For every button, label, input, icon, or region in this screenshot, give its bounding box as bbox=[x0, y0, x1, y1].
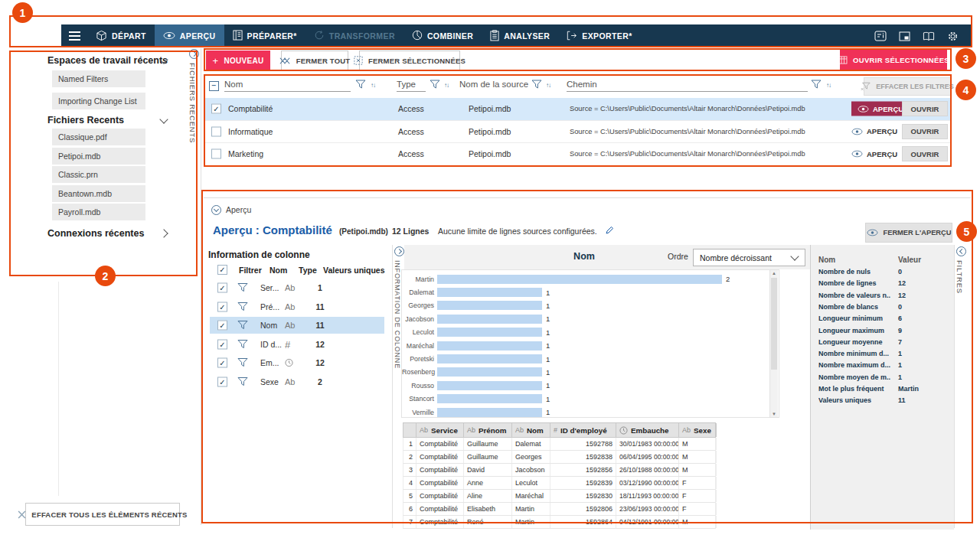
grid-header-cell[interactable]: AbService bbox=[416, 423, 464, 437]
window-save-icon[interactable] bbox=[899, 31, 910, 41]
column-info-vertical-tab[interactable]: INFORMATION DE COLONNE bbox=[394, 260, 401, 369]
sidebar-item-workspace[interactable]: Named Filters bbox=[52, 70, 145, 87]
sort-icon[interactable]: ↑↓ bbox=[546, 82, 550, 89]
toolbar-tab-combiner[interactable]: COMBINER bbox=[403, 24, 482, 47]
toolbar-tab-prparer[interactable]: PRÉPARER* bbox=[224, 24, 305, 47]
col-header-source[interactable]: Nom de la source bbox=[459, 80, 530, 91]
column-info-row[interactable]: ✓NomAb11 bbox=[204, 316, 390, 335]
filter-icon[interactable] bbox=[237, 358, 248, 368]
source-table-row[interactable]: ✓ComptabilitéAccessPetipoi.mdbSource = C… bbox=[204, 98, 952, 121]
open-button[interactable]: OUVRIR bbox=[902, 146, 948, 161]
sidebar-item-file[interactable]: Petipoi.mdb bbox=[52, 148, 145, 165]
scroll-thumb[interactable] bbox=[771, 278, 777, 370]
column-checkbox[interactable]: ✓ bbox=[217, 358, 227, 368]
close-selected-button[interactable]: FERMER SÉLECTIONNÉES bbox=[359, 51, 460, 70]
row-checkbox[interactable] bbox=[211, 126, 221, 136]
column-checkbox[interactable]: ✓ bbox=[217, 339, 227, 349]
preview-toggle-button[interactable]: APERÇU bbox=[851, 147, 897, 161]
open-button[interactable]: OUVRIR bbox=[902, 101, 948, 116]
scroll-up-icon[interactable]: ▲ bbox=[770, 271, 778, 276]
edit-pencil-icon[interactable] bbox=[605, 226, 614, 235]
filter-icon[interactable] bbox=[430, 80, 440, 90]
sort-icon[interactable]: ↑↓ bbox=[444, 82, 449, 89]
close-preview-button[interactable]: FERMER L'APERÇU bbox=[865, 223, 952, 243]
sidebar-item-file[interactable]: Classic.prn bbox=[52, 166, 145, 183]
open-selected-button[interactable]: OUVRIR SÉLECTIONNÉES bbox=[840, 50, 947, 70]
col-header-type[interactable]: Type bbox=[397, 80, 426, 92]
grid-row[interactable]: 6ComptabilitéElisabethMartin159280623/06… bbox=[403, 503, 716, 516]
grid-header-cell[interactable]: AbNom bbox=[512, 423, 550, 437]
preview-toggle-button[interactable]: APERÇU bbox=[851, 102, 910, 116]
grid-row[interactable]: 5ComptabilitéAlineMaréchal159283018/11/1… bbox=[403, 490, 716, 503]
column-checkbox[interactable]: ✓ bbox=[217, 302, 227, 311]
scroll-down-icon[interactable]: ▼ bbox=[770, 412, 778, 416]
grid-row[interactable]: 1ComptabilitéGuillaumeDalemat159278830/0… bbox=[403, 438, 716, 451]
sort-icon[interactable]: ↑↓ bbox=[371, 82, 375, 89]
source-table-row[interactable]: MarketingAccessPetipoi.mdbSource = C:\Us… bbox=[204, 143, 952, 166]
clear-filters-button[interactable]: EFFACER LES FILTRES bbox=[864, 77, 951, 96]
column-checkbox[interactable]: ✓ bbox=[217, 283, 227, 293]
filters-vertical-tab[interactable]: FILTRES bbox=[956, 260, 964, 294]
chart-scrollbar[interactable]: ▲ ▼ bbox=[769, 270, 778, 417]
close-all-button[interactable]: FERMER TOUT bbox=[281, 51, 348, 70]
chevron-down-icon[interactable] bbox=[159, 115, 168, 123]
grid-header-cell[interactable]: AbSexe bbox=[679, 423, 717, 437]
column-info-row[interactable]: ✓Pré...Ab11 bbox=[204, 298, 390, 317]
collapse-preview-icon[interactable] bbox=[211, 205, 221, 215]
grid-header-cell[interactable]: #ID d'employé bbox=[550, 423, 616, 437]
sidebar-item-file[interactable]: Beantown.mdb bbox=[52, 185, 145, 202]
chevron-right-icon[interactable] bbox=[159, 229, 168, 237]
filter-icon[interactable] bbox=[237, 339, 248, 349]
filter-icon[interactable] bbox=[531, 80, 542, 90]
settings-icon[interactable] bbox=[947, 31, 959, 42]
filter-icon[interactable] bbox=[237, 321, 248, 331]
grid-row[interactable]: 2ComptabilitéGuillaumeGeorges159283806/0… bbox=[403, 451, 716, 464]
hamburger-menu-icon[interactable] bbox=[61, 24, 87, 47]
toolbar-tab-dpart[interactable]: DÉPART bbox=[87, 24, 155, 47]
grid-header-cell[interactable]: Embauche bbox=[616, 423, 679, 437]
source-table-row[interactable]: InformatiqueAccessPetipoi.mdbSource = C:… bbox=[204, 121, 952, 144]
recent-files-vertical-tab[interactable]: FICHIERS RECENTS bbox=[188, 63, 197, 143]
grid-header-cell[interactable]: AbPrénom bbox=[464, 423, 512, 437]
document-info-icon[interactable] bbox=[874, 31, 887, 41]
column-info-row[interactable]: ✓SexeAb2 bbox=[204, 373, 390, 392]
toolbar-tab-exporter[interactable]: EXPORTER* bbox=[558, 24, 640, 47]
preview-toggle-button[interactable]: APERÇU bbox=[851, 125, 897, 139]
expand-filters-icon[interactable] bbox=[956, 246, 966, 256]
grid-row[interactable]: 7ComptabilitéRenéMartin159286404/12/1991… bbox=[403, 516, 716, 529]
column-info-row[interactable]: ✓ID d...#12 bbox=[204, 335, 390, 354]
column-checkbox[interactable]: ✓ bbox=[217, 377, 227, 386]
sidebar-item-file[interactable]: Classique.pdf bbox=[52, 129, 145, 145]
new-button[interactable]: + NOUVEAU bbox=[206, 51, 270, 70]
column-checkbox[interactable]: ✓ bbox=[217, 321, 227, 331]
clear-recents-button[interactable]: EFFACER TOUS LES ÉLÉMENTS RÉCENTS bbox=[25, 503, 180, 526]
column-info-select-all[interactable]: ✓ bbox=[217, 265, 227, 275]
grid-row[interactable]: 3ComptabilitéDavidJacobson159285626/10/1… bbox=[403, 464, 716, 477]
filter-icon[interactable] bbox=[355, 80, 366, 90]
toolbar-tab-aperu[interactable]: APERÇU bbox=[155, 24, 224, 47]
toolbar-tab-transformer[interactable]: TRANSFORMER bbox=[305, 24, 403, 47]
learning-icon[interactable] bbox=[923, 31, 935, 41]
filter-icon[interactable] bbox=[237, 283, 248, 293]
collapse-column-info-icon[interactable] bbox=[394, 246, 404, 256]
column-info-row[interactable]: ✓Em...12 bbox=[204, 354, 390, 373]
filter-icon[interactable] bbox=[811, 80, 822, 90]
col-header-chemin[interactable]: Chemin bbox=[567, 80, 808, 92]
toolbar-tab-analyser[interactable]: ANALYSER bbox=[482, 24, 558, 47]
row-checkbox[interactable] bbox=[211, 149, 221, 159]
column-info-row[interactable]: ✓Ser...Ab1 bbox=[204, 279, 390, 298]
sidebar-item-workspace[interactable]: Importing Change List bbox=[52, 93, 145, 109]
order-dropdown[interactable]: Nombre décroissant bbox=[693, 249, 805, 266]
row-checkbox[interactable]: ✓ bbox=[211, 104, 221, 114]
collapse-panel-icon[interactable] bbox=[189, 49, 199, 59]
filter-icon[interactable] bbox=[237, 377, 248, 386]
preview-collapse-label[interactable]: Aperçu bbox=[226, 205, 251, 214]
grid-header-cell[interactable] bbox=[403, 423, 416, 437]
col-header-nom[interactable]: Nom bbox=[224, 80, 351, 92]
sort-icon[interactable]: ↑↓ bbox=[826, 82, 831, 89]
open-button[interactable]: OUVRIR bbox=[902, 124, 948, 139]
grid-row[interactable]: 4ComptabilitéAnneLeculot159283903/12/199… bbox=[403, 477, 716, 490]
filter-icon[interactable] bbox=[237, 302, 248, 311]
sidebar-item-file[interactable]: Payroll.mdb bbox=[52, 204, 145, 220]
select-all-checkbox[interactable]: − bbox=[209, 81, 219, 91]
